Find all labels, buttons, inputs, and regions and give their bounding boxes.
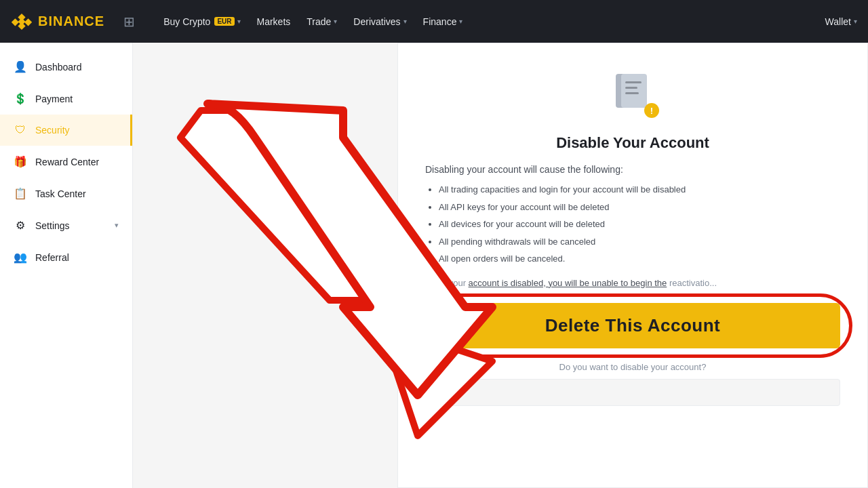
header: BINANCE ⊞ Buy Crypto EUR ▾ Markets Trade… (0, 0, 868, 43)
logo-text: BINANCE (38, 14, 104, 29)
svg-rect-9 (621, 74, 647, 108)
sidebar-item-task-center[interactable]: 📋 Task Center (0, 178, 132, 209)
nav-trade[interactable]: Trade ▾ (300, 12, 344, 31)
settings-icon: ⚙ (14, 219, 27, 232)
task-icon: 📋 (14, 187, 27, 200)
main-nav: Buy Crypto EUR ▾ Markets Trade ▾ Derivat… (157, 12, 469, 31)
security-icon: 🛡 (14, 124, 27, 136)
bullet-item: All trading capacities and login for you… (439, 183, 840, 197)
account-icon: ! (609, 70, 656, 118)
sidebar-item-payment[interactable]: 💲 Payment (0, 83, 132, 115)
warning-badge: ! (644, 103, 659, 118)
disable-question: Do you want to disable your account? (425, 362, 840, 372)
account-input[interactable] (425, 379, 840, 406)
svg-rect-10 (625, 81, 642, 83)
sidebar-item-dashboard[interactable]: 👤 Dashboard (0, 51, 132, 83)
sidebar-item-reward-center[interactable]: 🎁 Reward Center (0, 146, 132, 178)
bullet-item: All pending withdrawals will be canceled (439, 235, 840, 249)
grid-icon[interactable]: ⊞ (123, 14, 135, 30)
bullet-item: All open orders will be canceled. (439, 252, 840, 266)
nav-markets[interactable]: Markets (250, 12, 298, 31)
disable-account-card: ! Disable Your Account Disabling your ac… (397, 43, 868, 488)
binance-logo-icon (11, 11, 33, 33)
payment-icon: 💲 (14, 92, 27, 105)
settings-chevron-icon: ▾ (115, 221, 119, 230)
sidebar-item-referral[interactable]: 👥 Referral (0, 241, 132, 273)
bullet-item: All API keys for your account will be de… (439, 201, 840, 214)
reward-icon: 🎁 (14, 155, 27, 168)
dashboard-icon: 👤 (14, 60, 27, 73)
account-icon-area: ! (425, 70, 840, 121)
referral-icon: 👥 (14, 251, 27, 264)
header-right: Wallet ▾ (825, 16, 857, 27)
card-note: Once your account is disabled, you will … (425, 277, 840, 290)
sidebar: 👤 Dashboard 💲 Payment 🛡 Security 🎁 Rewar… (0, 43, 133, 488)
sidebar-item-settings[interactable]: ⚙ Settings ▾ (0, 209, 132, 241)
delete-account-button[interactable]: Delete This Account (425, 303, 840, 348)
delete-button-wrap: Delete This Account (425, 303, 840, 348)
bullet-list: All trading capacities and login for you… (425, 183, 840, 266)
svg-rect-11 (625, 87, 637, 89)
svg-rect-12 (625, 92, 639, 94)
logo-area[interactable]: BINANCE (11, 11, 104, 33)
wallet-button[interactable]: Wallet ▾ (825, 16, 857, 27)
main-content: ! Disable Your Account Disabling your ac… (133, 43, 868, 488)
layout: 👤 Dashboard 💲 Payment 🛡 Security 🎁 Rewar… (0, 43, 868, 488)
nav-buy-crypto[interactable]: Buy Crypto EUR ▾ (157, 12, 247, 31)
nav-derivatives[interactable]: Derivatives ▾ (347, 12, 413, 31)
card-subtitle: Disabling your account will cause the fo… (425, 164, 840, 175)
bullet-item: All devices for your account will be del… (439, 218, 840, 231)
card-title: Disable Your Account (425, 134, 840, 152)
sidebar-item-security[interactable]: 🛡 Security (0, 115, 132, 146)
nav-finance[interactable]: Finance ▾ (416, 12, 470, 31)
